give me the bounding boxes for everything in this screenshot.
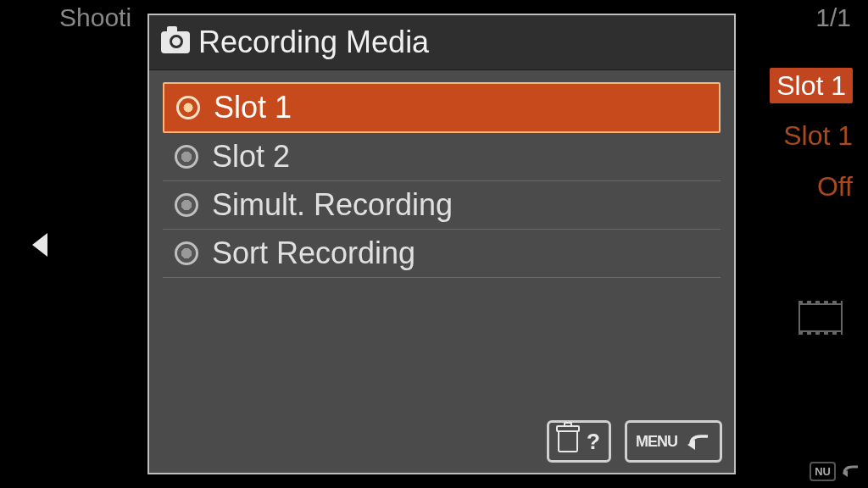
trash-icon — [558, 430, 578, 452]
help-button[interactable]: ? — [547, 420, 611, 463]
background-setting-values: Slot 1 Slot 1 Off — [770, 59, 853, 212]
option-slot-2[interactable]: Slot 2 — [163, 133, 721, 181]
question-mark-icon: ? — [587, 429, 600, 455]
radio-icon — [175, 241, 198, 265]
value-slot1-pill: Slot 1 — [770, 68, 853, 103]
option-label: Slot 1 — [214, 90, 292, 125]
background-bottom-right: NU — [810, 462, 861, 481]
nav-left-arrow-icon[interactable] — [32, 233, 47, 257]
option-label: Sort Recording — [212, 236, 415, 271]
back-arrow-icon — [686, 431, 711, 452]
camera-icon — [161, 31, 190, 53]
mini-menu-label: NU — [810, 462, 836, 481]
background-breadcrumb: Shooti — [59, 3, 131, 32]
option-sort-recording[interactable]: Sort Recording — [163, 230, 721, 278]
film-icons — [798, 303, 843, 361]
radio-icon — [176, 96, 200, 119]
value-off: Off — [770, 161, 853, 212]
dialog-footer: ? MENU — [149, 415, 734, 473]
option-label: Slot 2 — [212, 139, 290, 175]
option-list: Slot 1 Slot 2 Simult. Recording Sort Rec… — [149, 70, 734, 415]
film-icon — [798, 303, 843, 332]
dialog-header: Recording Media — [149, 15, 734, 70]
back-curve-icon — [841, 463, 861, 480]
option-slot-1[interactable]: Slot 1 — [163, 82, 721, 133]
recording-media-dialog: Recording Media Slot 1 Slot 2 Simult. Re… — [147, 14, 736, 474]
option-simult-recording[interactable]: Simult. Recording — [163, 181, 721, 230]
menu-label: MENU — [636, 433, 677, 451]
radio-icon — [175, 145, 198, 169]
value-slot1: Slot 1 — [770, 110, 853, 161]
radio-icon — [175, 193, 198, 217]
dialog-title: Recording Media — [198, 25, 429, 60]
page-indicator: 1/1 — [815, 3, 851, 32]
menu-back-button[interactable]: MENU — [625, 420, 722, 463]
option-label: Simult. Recording — [212, 187, 453, 223]
